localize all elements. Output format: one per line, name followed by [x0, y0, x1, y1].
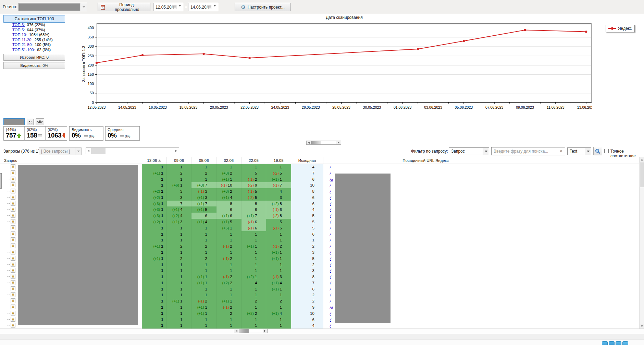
panel-splitter-handle[interactable]	[0, 173, 2, 189]
landing-url-link[interactable]: /	[330, 323, 331, 328]
top100-stat-link[interactable]: ТОП 11-20:	[12, 38, 33, 42]
filter-type-combo[interactable]: Text	[567, 147, 591, 155]
landing-url-link[interactable]: /	[330, 220, 331, 224]
landing-url-link[interactable]: /	[330, 318, 331, 322]
table-row[interactable]: A1111112/	[0, 292, 639, 298]
search-button[interactable]	[593, 147, 602, 155]
table-row[interactable]: A111(+5)1(-1)6(-1)55/	[0, 225, 639, 231]
top100-stat-link[interactable]: ТОП 3:	[12, 23, 25, 27]
top100-stat-link[interactable]: ТОП 51-100:	[12, 48, 35, 52]
social-button[interactable]	[616, 341, 621, 345]
table-row[interactable]: A1(+1)1(-1)2(+1)1222/	[0, 298, 639, 304]
table-row[interactable]: A11(+1)1(-1)2119/a	[0, 304, 639, 310]
landing-url-link[interactable]: /	[330, 293, 331, 297]
landing-url-link[interactable]: /	[330, 275, 331, 279]
scrollbar-thumb[interactable]	[239, 329, 249, 333]
visibility-eye-button[interactable]	[36, 118, 44, 125]
top100-stat-link[interactable]: ТОП 21-50:	[12, 43, 33, 47]
scroll-right-icon[interactable]	[174, 148, 179, 154]
search-input[interactable]	[491, 147, 565, 155]
landing-url-link[interactable]: /	[330, 165, 331, 169]
table-row[interactable]: A1111111/	[0, 237, 639, 243]
scrollbar-thumb[interactable]	[311, 141, 321, 144]
landing-url-link[interactable]: /	[330, 257, 331, 261]
top100-stat-link[interactable]: ТОП 10:	[12, 33, 27, 37]
column-header-date[interactable]: 22.05	[242, 157, 267, 164]
table-vertical-scrollbar[interactable]	[639, 157, 644, 329]
landing-url-link[interactable]: /	[330, 226, 331, 230]
filter-field-combo[interactable]: Запрос	[449, 147, 489, 155]
group-options-button[interactable]	[27, 119, 34, 125]
table-row[interactable]: A1111116/	[0, 231, 639, 237]
table-row[interactable]: A(+1)122(-1)2(+1)1(-1)22/	[0, 243, 639, 249]
column-header-date[interactable]: 09.06	[167, 157, 192, 164]
landing-url-link[interactable]: /	[330, 214, 331, 218]
table-row[interactable]: A(+2)1(+1)3(+1)4(+1)5(-1)655/	[0, 219, 639, 225]
query-group-combo[interactable]: [ Все запросы ]	[39, 147, 82, 155]
landing-url-link[interactable]: /	[330, 281, 331, 285]
column-header-date[interactable]: 05.06	[191, 157, 216, 164]
date-to-picker[interactable]: 14.06.2023	[188, 3, 218, 11]
table-row[interactable]: A11(+1)1(+2)24(+1)47/	[0, 280, 639, 286]
landing-url-link[interactable]: /	[330, 287, 331, 291]
landing-url-link[interactable]: /	[330, 183, 331, 187]
url-column-header[interactable]: Посадочный URL Яндекс	[337, 158, 514, 163]
landing-url-link[interactable]: /a	[330, 305, 333, 309]
exact-match-checkbox[interactable]	[604, 149, 609, 153]
landing-url-link[interactable]: /	[330, 311, 331, 316]
table-row[interactable]: A1111116/	[0, 317, 639, 323]
table-row[interactable]: A(+2)13(-1)3(+3)2(-1)548/	[0, 188, 639, 194]
region-combo[interactable]	[18, 3, 87, 11]
iks-history-button[interactable]: История ИКС: 0	[3, 54, 65, 61]
scroll-right-icon[interactable]	[336, 141, 341, 144]
table-row[interactable]: A1111114/	[0, 164, 639, 170]
landing-url-link[interactable]: /	[330, 189, 331, 193]
source-column-header[interactable]: Исходная	[291, 157, 323, 164]
column-header-date[interactable]: 19.05	[266, 157, 291, 164]
table-row[interactable]: A(+3)1(+1)4(+1)566(-1)64/	[0, 206, 639, 213]
table-row[interactable]: A(+1)122(+3)25(-2)57/	[0, 170, 639, 176]
table-row[interactable]: A(+3)1(+2)46(+1)6(+1)7(-2)85/	[0, 213, 639, 219]
table-row[interactable]: A11(+1)12(+2)2(+1)410/	[0, 310, 639, 317]
table-row[interactable]: A1111112/	[0, 262, 639, 268]
landing-url-link[interactable]: /	[330, 207, 331, 212]
table-row[interactable]: A111(+1)1(-1)2(+1)16/a	[0, 176, 639, 182]
table-row[interactable]: A(+2)13(+1)3(+1)4(-2)536/	[0, 194, 639, 201]
table-horizontal-scrollbar[interactable]	[234, 329, 268, 333]
clear-icon[interactable]: ×	[558, 148, 564, 154]
date-from-picker[interactable]: 12.05.2023	[153, 3, 183, 11]
column-header-date[interactable]: 02.06	[216, 157, 242, 164]
column-header-date[interactable]: 13.06	[142, 157, 167, 164]
scrollbar-thumb[interactable]	[91, 148, 106, 154]
scroll-up-icon[interactable]	[640, 157, 644, 162]
table-row[interactable]: A(+6)17(+1)788(+2)86/	[0, 201, 639, 207]
social-button[interactable]	[622, 341, 628, 345]
landing-url-link[interactable]: /	[330, 195, 331, 200]
landing-url-link[interactable]: /	[330, 269, 331, 273]
landing-url-link[interactable]: /	[330, 299, 331, 303]
landing-url-link[interactable]: /	[330, 250, 331, 254]
chart-horizontal-scrollbar[interactable]	[306, 141, 341, 145]
scroll-right-icon[interactable]	[263, 329, 267, 333]
table-row[interactable]: A11111(+1)13/	[0, 249, 639, 255]
scroll-left-icon[interactable]	[307, 141, 311, 144]
table-row[interactable]: A1(+6)1(+3)7(-1)10(-2)9(-1)710/	[0, 182, 639, 188]
configure-project-button[interactable]: ⚙ Настроить проект...	[235, 3, 291, 11]
table-row[interactable]: A11(+1)1(-1)2(+2)1(-1)38/	[0, 274, 639, 280]
social-button[interactable]	[609, 341, 615, 345]
columns-horizontal-scrollbar[interactable]	[86, 147, 179, 154]
table-row[interactable]: A1111113/	[0, 267, 639, 274]
top100-stat-link[interactable]: ТОП 5:	[12, 28, 25, 32]
period-button[interactable]: 5 Период: произвольно	[98, 3, 150, 11]
social-button[interactable]	[602, 341, 608, 345]
scroll-left-icon[interactable]	[234, 329, 239, 333]
landing-url-link[interactable]: /	[330, 202, 331, 206]
table-row[interactable]: A1111114/	[0, 322, 639, 329]
landing-url-link[interactable]: /	[330, 238, 331, 242]
visibility-button[interactable]: Видимость: 0%	[3, 62, 65, 69]
table-row[interactable]: A(+1)122(-1)21(+1)15/	[0, 255, 639, 262]
table-row[interactable]: A11111(+1)16/	[0, 286, 639, 292]
landing-url-link[interactable]: /	[330, 263, 331, 267]
landing-url-link[interactable]: /a	[330, 177, 333, 181]
query-column-header[interactable]: Запрос	[4, 158, 17, 163]
